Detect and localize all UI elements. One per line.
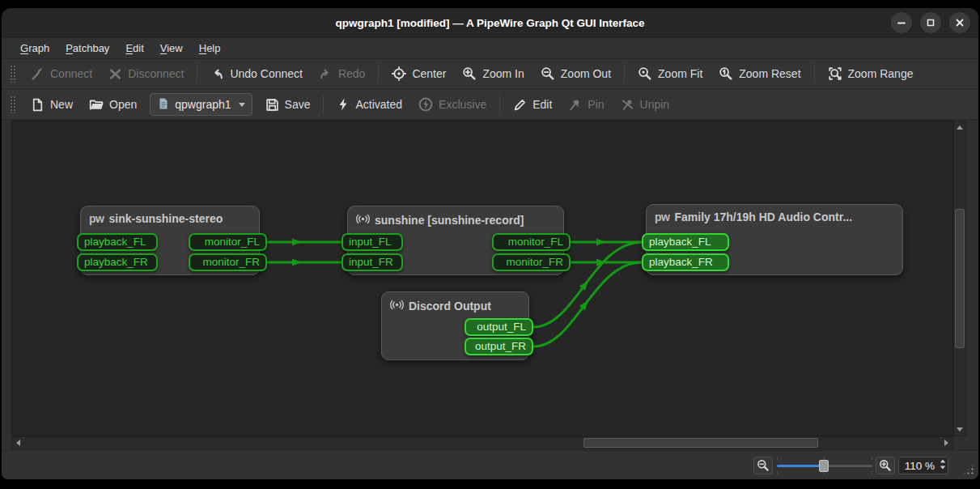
pin-button[interactable]: Pin: [560, 93, 612, 116]
slider-handle[interactable]: [819, 460, 829, 472]
redo-button[interactable]: Redo: [311, 62, 373, 85]
port-monitor-fl[interactable]: monitor_FL: [492, 233, 571, 251]
port-playback-fl[interactable]: playback_FL: [642, 233, 729, 251]
toolbar-separator: [624, 64, 625, 83]
port-input-fl[interactable]: input_FL: [342, 233, 403, 251]
canvas-area: pwsink-sunshine-stereo sunshine [sunshin…: [2, 121, 978, 450]
pipewire-icon: pw: [655, 211, 669, 223]
menubar: Graph Patchbay Edit View Help: [2, 38, 978, 59]
node-title: Family 17h/19h HD Audio Contr...: [674, 210, 852, 223]
patchbay-file-icon: [157, 97, 170, 113]
connections-layer: [12, 121, 953, 436]
spin-up-icon: [940, 460, 945, 463]
activated-bolt-icon: [337, 98, 350, 111]
toolbar-drag-handle[interactable]: [10, 96, 16, 113]
minimize-button[interactable]: [891, 12, 912, 33]
save-icon: [265, 98, 279, 112]
port-monitor-fr[interactable]: monitor_FR: [492, 253, 571, 271]
statusbar-zoom-in-button[interactable]: [876, 457, 895, 474]
scroll-right-button[interactable]: [940, 437, 952, 449]
spin-down-icon: [940, 466, 945, 470]
port-playback-fl[interactable]: playback_FL: [77, 233, 158, 251]
scroll-left-button[interactable]: [12, 437, 24, 449]
disconnect-button[interactable]: Disconnect: [100, 62, 192, 85]
menu-view[interactable]: View: [153, 40, 190, 57]
chevron-down-icon: [239, 103, 245, 107]
menu-graph[interactable]: Graph: [13, 40, 57, 57]
exclusive-button[interactable]: Exclusive: [410, 93, 494, 116]
horizontal-scrollbar[interactable]: [11, 436, 953, 449]
pipewire-icon: pw: [89, 213, 104, 224]
zoom-out-button[interactable]: Zoom Out: [532, 62, 619, 85]
port-output-fr[interactable]: output_FR: [465, 338, 533, 355]
patchbay-select[interactable]: qpwgraph1: [150, 93, 252, 116]
zoom-in-icon: [879, 459, 892, 472]
zoom-slider[interactable]: [777, 457, 872, 474]
save-button[interactable]: Save: [257, 93, 319, 116]
maximize-button[interactable]: [920, 12, 941, 33]
new-file-icon: [31, 98, 45, 112]
titlebar: qpwgraph1 [modified] — A PipeWire Graph …: [2, 8, 978, 38]
slider-fill: [777, 465, 824, 467]
toolbar-drag-handle[interactable]: [10, 65, 16, 83]
toolbar-separator: [814, 64, 815, 83]
port-input-fr[interactable]: input_FR: [342, 253, 403, 271]
menu-help[interactable]: Help: [192, 40, 228, 57]
menu-patchbay[interactable]: Patchbay: [58, 40, 117, 57]
horizontal-scroll-thumb[interactable]: [583, 438, 818, 448]
graph-canvas[interactable]: pwsink-sunshine-stereo sunshine [sunshin…: [11, 121, 953, 436]
unpin-icon: [621, 98, 634, 112]
unpin-button[interactable]: Unpin: [613, 93, 678, 116]
port-monitor-fl[interactable]: monitor_FL: [189, 233, 267, 251]
open-folder-icon: [89, 97, 104, 112]
zoom-range-button[interactable]: Zoom Range: [820, 62, 922, 85]
slider-tick: [872, 471, 872, 474]
port-playback-fr[interactable]: playback_FR: [77, 253, 158, 271]
zoom-out-icon: [541, 66, 555, 81]
port-output-fl[interactable]: output_FL: [465, 318, 533, 336]
port-playback-fr[interactable]: playback_FR: [642, 253, 729, 271]
edge-arrow-icon: [292, 259, 302, 266]
toolbar-patchbay: New Open qpwgraph1 Save Activated Exclus…: [2, 90, 978, 121]
zoom-fit-icon: [638, 66, 652, 81]
open-button[interactable]: Open: [81, 93, 145, 116]
arrow-left-icon: [16, 440, 20, 446]
zoom-in-button[interactable]: Zoom In: [454, 62, 532, 85]
zoom-value: 110 %: [905, 460, 935, 472]
disconnect-icon: [108, 67, 122, 81]
port-monitor-fr[interactable]: monitor_FR: [189, 253, 267, 271]
connect-button[interactable]: Connect: [23, 62, 100, 85]
redo-icon: [319, 67, 333, 81]
zoom-reset-button[interactable]: Zoom Reset: [711, 62, 808, 85]
resize-grip[interactable]: [962, 463, 975, 476]
pin-icon: [568, 98, 582, 112]
statusbar: 110 %: [2, 450, 978, 479]
stream-icon: [356, 212, 370, 228]
activated-button[interactable]: Activated: [329, 93, 410, 116]
toolbar-separator: [378, 64, 379, 83]
vertical-scroll-thumb[interactable]: [955, 209, 965, 348]
scroll-up-button[interactable]: [954, 121, 965, 134]
spinbox-arrows[interactable]: [940, 459, 946, 470]
toolbar-main: Connect Disconnect Undo Connect Redo Cen…: [2, 59, 978, 90]
new-button[interactable]: New: [23, 93, 81, 116]
menu-edit[interactable]: Edit: [118, 40, 151, 57]
window-title: qpwgraph1 [modified] — A PipeWire Graph …: [335, 17, 644, 29]
center-button[interactable]: Center: [384, 62, 454, 85]
exclusive-bolt-icon: [418, 97, 433, 112]
scroll-down-button[interactable]: [954, 423, 965, 436]
edge-arrow-icon: [292, 239, 302, 246]
vertical-scrollbar[interactable]: [953, 121, 966, 436]
arrow-right-icon: [944, 440, 948, 446]
undo-icon: [210, 67, 224, 81]
undo-connect-button[interactable]: Undo Connect: [202, 62, 311, 85]
toolbar-separator: [323, 95, 324, 114]
node-title: sunshine [sunshine-record]: [375, 214, 524, 227]
close-button[interactable]: [949, 12, 970, 33]
stream-icon: [390, 298, 404, 314]
zoom-spinbox[interactable]: 110 %: [898, 457, 948, 474]
edit-button[interactable]: Edit: [505, 93, 560, 116]
zoom-fit-button[interactable]: Zoom Fit: [630, 62, 711, 85]
statusbar-zoom-out-button[interactable]: [753, 457, 773, 474]
slider-tick: [777, 457, 778, 460]
